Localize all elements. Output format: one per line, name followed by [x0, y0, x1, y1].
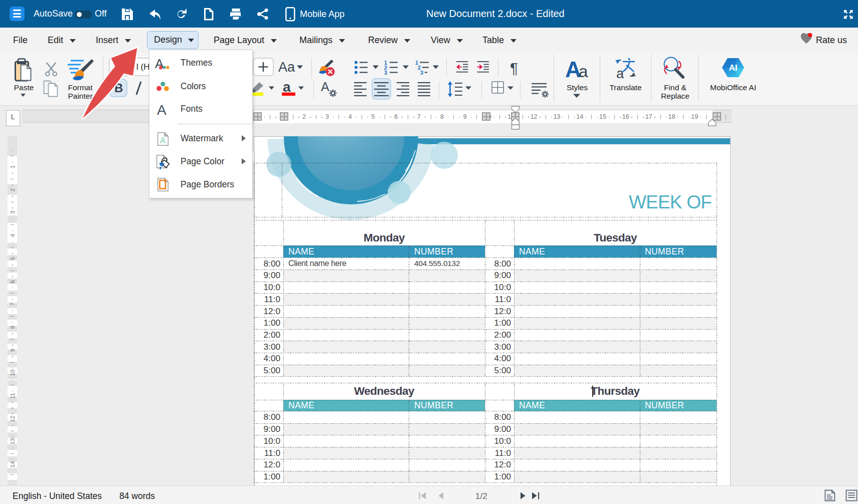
svg-text:a: a	[579, 62, 588, 81]
svg-text:AI: AI	[729, 63, 738, 73]
svg-text:A: A	[321, 80, 329, 94]
svg-text:3: 3	[420, 70, 423, 76]
svg-text:a: a	[616, 66, 624, 81]
svg-text:Aa: Aa	[278, 60, 295, 75]
svg-text:¶: ¶	[510, 60, 518, 76]
svg-text:1/2: 1/2	[475, 491, 487, 500]
svg-text:3: 3	[384, 70, 387, 76]
svg-text:A: A	[155, 56, 164, 71]
svg-text:A: A	[157, 102, 166, 118]
svg-text:A: A	[160, 136, 166, 145]
